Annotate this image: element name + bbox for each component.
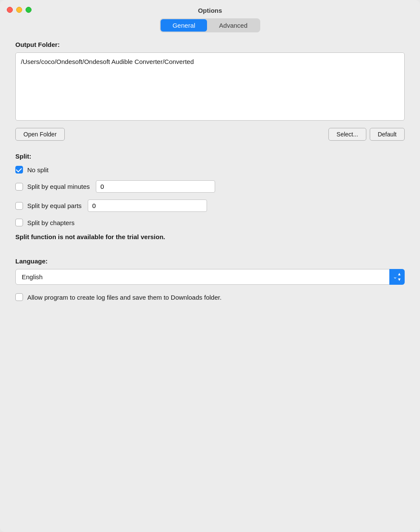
btn-left-group: Open Folder xyxy=(15,128,65,141)
output-folder-label: Output Folder: xyxy=(15,41,405,48)
no-split-checkbox[interactable] xyxy=(15,166,23,173)
equal-parts-checkbox[interactable] xyxy=(15,202,23,210)
options-window: Options General Advanced Output Folder: … xyxy=(0,0,420,532)
chapters-text: Split by chapters xyxy=(27,219,75,226)
select-button[interactable]: Select... xyxy=(328,128,366,141)
window-title: Options xyxy=(198,7,222,14)
equal-parts-option: Split by equal parts xyxy=(15,200,405,212)
language-section: Language: English French German Spanish … xyxy=(15,257,405,285)
equal-minutes-option: Split by equal minutes xyxy=(15,180,405,193)
output-folder-input[interactable] xyxy=(15,52,405,121)
tab-container: General Advanced xyxy=(160,18,260,32)
default-button[interactable]: Default xyxy=(370,128,405,141)
language-select-wrapper: English French German Spanish Chinese Ja… xyxy=(15,269,405,285)
tab-bar: General Advanced xyxy=(0,18,420,32)
no-split-option: No split xyxy=(15,166,405,173)
no-split-text: No split xyxy=(27,166,49,173)
equal-parts-label[interactable]: Split by equal parts xyxy=(15,202,82,210)
traffic-lights xyxy=(7,7,32,13)
log-files-checkbox[interactable] xyxy=(15,293,23,301)
language-label: Language: xyxy=(15,257,405,265)
chapters-option: Split by chapters xyxy=(15,219,405,226)
open-folder-button[interactable]: Open Folder xyxy=(15,128,65,141)
equal-parts-input[interactable] xyxy=(88,200,207,212)
maximize-button[interactable] xyxy=(26,7,32,13)
equal-minutes-input[interactable] xyxy=(96,180,215,193)
equal-minutes-label[interactable]: Split by equal minutes xyxy=(15,183,90,191)
chapters-label[interactable]: Split by chapters xyxy=(15,219,75,226)
equal-minutes-text: Split by equal minutes xyxy=(27,183,90,190)
equal-parts-text: Split by equal parts xyxy=(27,202,82,209)
language-select[interactable]: English French German Spanish Chinese Ja… xyxy=(15,269,405,285)
trial-notice: Split function is not available for the … xyxy=(15,233,405,240)
split-section: Split: No split Split by equal minutes S… xyxy=(15,153,405,240)
no-split-label[interactable]: No split xyxy=(15,166,49,173)
button-row: Open Folder Select... Default xyxy=(15,128,405,141)
tab-general[interactable]: General xyxy=(161,19,207,32)
chapters-checkbox[interactable] xyxy=(15,219,23,226)
btn-right-group: Select... Default xyxy=(328,128,405,141)
title-bar: Options xyxy=(0,0,420,18)
main-content: Output Folder: Open Folder Select... Def… xyxy=(0,41,420,314)
tab-advanced[interactable]: Advanced xyxy=(207,19,259,32)
minimize-button[interactable] xyxy=(16,7,22,13)
equal-minutes-checkbox[interactable] xyxy=(15,183,23,191)
log-files-label: Allow program to create log files and sa… xyxy=(27,294,222,301)
split-label: Split: xyxy=(15,153,405,160)
close-button[interactable] xyxy=(7,7,13,13)
log-files-option: Allow program to create log files and sa… xyxy=(15,293,405,301)
